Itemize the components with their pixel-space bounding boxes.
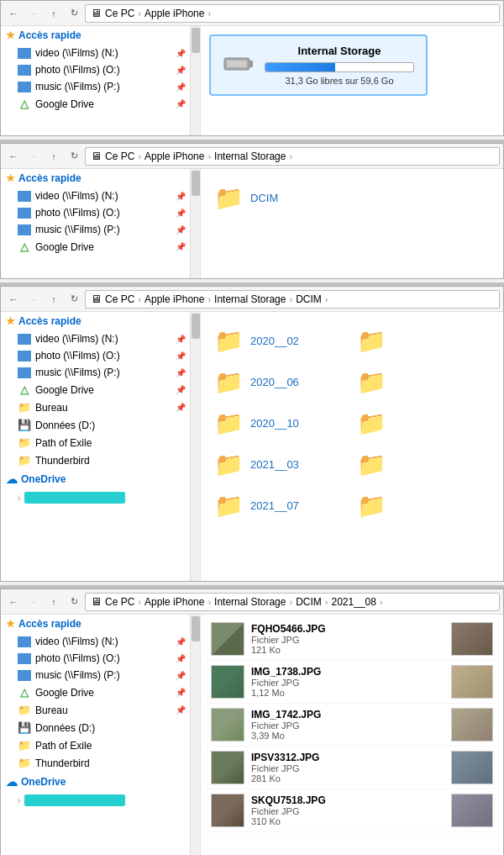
sidebar-item-photo-1[interactable]: photo (\\Films) (O:) 📌 [1, 61, 191, 78]
back-button-4[interactable]: ← [4, 593, 23, 611]
sidebar-scrollbar-2[interactable] [190, 169, 200, 278]
sidebar-scroll-thumb-4[interactable] [192, 616, 200, 641]
address-part-cepc-1[interactable]: Ce PC [105, 8, 134, 19]
sidebar-item-video-1[interactable]: video (\\Films) (N:) 📌 [1, 45, 191, 61]
folder-item-right-1[interactable]: 📁 [352, 320, 495, 362]
folder-poe-icon-4: 📁 [18, 739, 31, 752]
sidebar-item-photo-4[interactable]: photo (\\Films) (O:) 📌 [1, 650, 191, 667]
address-part-iphone-3[interactable]: Apple iPhone [144, 293, 204, 305]
sidebar-item-gdrive-1[interactable]: △ Google Drive 📌 [1, 95, 191, 113]
back-button-1[interactable]: ← [4, 4, 23, 23]
address-part-storage-4[interactable]: Internal Storage [214, 596, 286, 608]
sidebar-item-video-2[interactable]: video (\\Films) (N:) 📌 [1, 187, 191, 204]
sidebar-item-poe-3[interactable]: 📁 Path of Exile [1, 434, 191, 451]
sidebar-item-donnees-4[interactable]: 💾 Données (D:) [1, 719, 191, 736]
address-part-iphone-1[interactable]: Apple iPhone [144, 8, 204, 19]
up-button-3[interactable]: ↑ [45, 290, 63, 309]
folder-item-right-4[interactable]: 📁 [352, 444, 495, 485]
pin-icon-gdrive-2: 📌 [176, 242, 186, 251]
sidebar-item-gdrive-2[interactable]: △ Google Drive 📌 [1, 238, 191, 256]
file-item-fqho[interactable]: FQHO5466.JPG Fichier JPG 121 Ko [206, 618, 498, 661]
up-button-4[interactable]: ↑ [45, 593, 63, 611]
quick-access-header-1[interactable]: ★ Accès rapide [1, 26, 191, 45]
address-bar-2[interactable]: 🖥 Ce PC › Apple iPhone › Internal Storag… [85, 147, 500, 166]
address-bar-1[interactable]: 🖥 Ce PC › Apple iPhone › [85, 4, 500, 23]
folder-item-2021-03[interactable]: 📁 2021__03 [209, 444, 352, 485]
address-part-folder-4[interactable]: 2021__08 [331, 596, 375, 608]
address-bar-4[interactable]: 🖥 Ce PC › Apple iPhone › Internal Storag… [85, 593, 500, 611]
sidebar-item-thunderbird-4[interactable]: 📁 Thunderbird [1, 754, 191, 772]
sidebar-scrollbar-1[interactable] [190, 26, 200, 135]
back-button-2[interactable]: ← [4, 147, 23, 166]
sidebar-item-bureau-3[interactable]: 📁 Bureau 📌 [1, 398, 191, 416]
sidebar-item-thunderbird-3[interactable]: 📁 Thunderbird [1, 451, 191, 469]
sidebar-item-music-3[interactable]: music (\\Films) (P:) 📌 [1, 364, 191, 381]
onedrive-blurred-item-3[interactable]: › [1, 489, 191, 506]
folder-item-2021-07[interactable]: 📁 2021__07 [209, 485, 352, 526]
address-part-storage-3[interactable]: Internal Storage [214, 293, 286, 305]
forward-button-2[interactable]: → [24, 147, 43, 166]
folder-name-2021-03: 2021__03 [250, 458, 299, 471]
forward-button-4[interactable]: → [24, 593, 43, 611]
file-item-ipsv[interactable]: IPSV3312.JPG Fichier JPG 281 Ko [206, 747, 498, 789]
up-button-1[interactable]: ↑ [45, 4, 63, 23]
quick-access-header-3[interactable]: ★ Accès rapide [1, 312, 191, 330]
file-item-skqu[interactable]: SKQU7518.JPG Fichier JPG 310 Ko [206, 789, 498, 832]
folder-item-right-2[interactable]: 📁 [352, 362, 495, 403]
sidebar-item-music-1[interactable]: music (\\Films) (P:) 📌 [1, 78, 191, 95]
file-size-fqho: 121 Ko [251, 645, 444, 655]
refresh-button-3[interactable]: ↻ [65, 290, 83, 309]
refresh-button-2[interactable]: ↻ [65, 147, 83, 166]
sidebar-label-bureau-4: Bureau [35, 705, 68, 716]
quick-access-header-4[interactable]: ★ Accès rapide [1, 615, 191, 633]
address-part-dcim-3[interactable]: DCIM [296, 293, 322, 305]
sidebar-scroll-thumb-3[interactable] [192, 314, 200, 339]
folder-item-2020-06[interactable]: 📁 2020__06 [209, 362, 352, 403]
up-button-2[interactable]: ↑ [45, 147, 63, 166]
sidebar-scroll-thumb-1[interactable] [192, 28, 200, 53]
refresh-button-1[interactable]: ↻ [65, 4, 83, 23]
forward-button-1[interactable]: → [24, 4, 43, 23]
folder-item-dcim[interactable]: 📁 DCIM [209, 177, 495, 219]
sidebar-item-photo-2[interactable]: photo (\\Films) (O:) 📌 [1, 204, 191, 221]
sidebar-item-video-3[interactable]: video (\\Films) (N:) 📌 [1, 330, 191, 347]
address-part-cepc-3[interactable]: Ce PC [105, 293, 134, 305]
forward-button-3[interactable]: → [24, 290, 43, 309]
address-part-cepc-2[interactable]: Ce PC [105, 150, 134, 162]
sidebar-item-gdrive-3[interactable]: △ Google Drive 📌 [1, 381, 191, 398]
address-part-dcim-4[interactable]: DCIM [296, 596, 322, 608]
address-bar-3[interactable]: 🖥 Ce PC › Apple iPhone › Internal Storag… [85, 290, 500, 309]
folder-item-right-5[interactable]: 📁 [352, 485, 495, 526]
file-info-img1742: IMG_1742.JPG Fichier JPG 3,39 Mo [251, 709, 444, 741]
onedrive-header-4[interactable]: ☁ OneDrive [1, 772, 191, 792]
pin-icon-bureau-4: 📌 [176, 705, 186, 715]
sidebar-item-bureau-4[interactable]: 📁 Bureau 📌 [1, 701, 191, 719]
onedrive-header-3[interactable]: ☁ OneDrive [1, 469, 191, 489]
onedrive-blurred-item-4[interactable]: › [1, 792, 191, 809]
address-part-storage-2[interactable]: Internal Storage [214, 150, 286, 162]
sidebar-item-music-2[interactable]: music (\\Films) (P:) 📌 [1, 221, 191, 238]
back-button-3[interactable]: ← [4, 290, 23, 309]
folder-item-2020-02[interactable]: 📁 2020__02 [209, 320, 352, 362]
folder-item-2020-10[interactable]: 📁 2020__10 [209, 403, 352, 444]
quick-access-header-2[interactable]: ★ Accès rapide [1, 169, 191, 187]
sidebar-item-gdrive-4[interactable]: △ Google Drive 📌 [1, 683, 191, 701]
sidebar-scrollbar-4[interactable] [190, 615, 200, 855]
address-part-iphone-2[interactable]: Apple iPhone [144, 150, 204, 162]
sidebar-scroll-thumb-2[interactable] [192, 171, 200, 196]
sidebar-item-photo-3[interactable]: photo (\\Films) (O:) 📌 [1, 347, 191, 364]
folder-item-right-3[interactable]: 📁 [352, 403, 495, 444]
file-item-img1738[interactable]: IMG_1738.JPG Fichier JPG 1,12 Mo [206, 661, 498, 704]
sidebar-scrollbar-3[interactable] [190, 312, 200, 581]
refresh-button-4[interactable]: ↻ [65, 593, 83, 611]
sidebar-item-video-4[interactable]: video (\\Films) (N:) 📌 [1, 633, 191, 650]
sidebar-item-poe-4[interactable]: 📁 Path of Exile [1, 736, 191, 754]
sidebar-item-music-4[interactable]: music (\\Films) (P:) 📌 [1, 667, 191, 683]
svg-rect-2 [227, 61, 247, 67]
storage-card-1[interactable]: Internal Storage 31,3 Go libres sur 59,6… [209, 34, 428, 96]
file-thumb-right-fqho [451, 622, 493, 656]
address-part-cepc-4[interactable]: Ce PC [105, 596, 134, 608]
sidebar-item-donnees-3[interactable]: 💾 Données (D:) [1, 416, 191, 434]
file-item-img1742[interactable]: IMG_1742.JPG Fichier JPG 3,39 Mo [206, 704, 498, 747]
address-part-iphone-4[interactable]: Apple iPhone [144, 596, 204, 608]
